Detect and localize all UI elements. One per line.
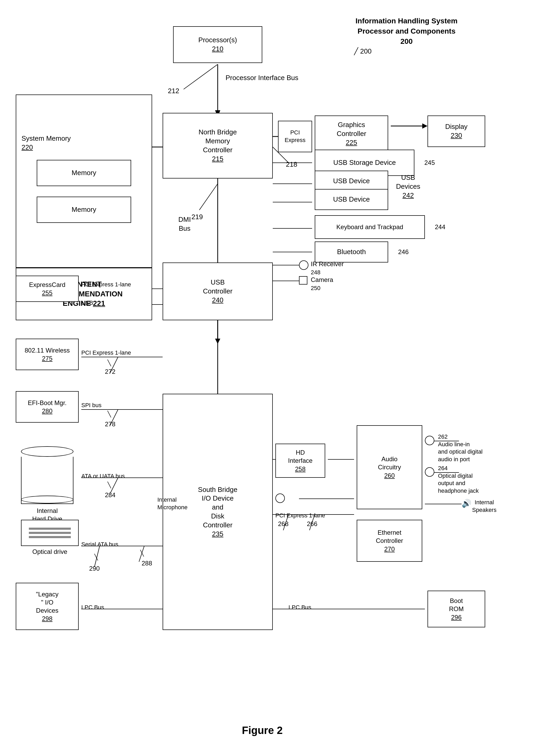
optical-digital-icon	[425, 467, 434, 477]
lpc-bus-left-label: LPC Bus	[81, 604, 104, 611]
legacy-io-box: "Legacy" I/ODevices 298	[16, 583, 79, 630]
ethernet-controller-box: EthernetController 270	[357, 520, 422, 562]
svg-marker-21	[215, 339, 220, 344]
hd-interface-box: HDInterface 258	[275, 444, 325, 478]
optical-drive-box	[21, 520, 79, 546]
camera-icon	[299, 276, 307, 285]
north-bridge-number: 215	[212, 155, 223, 164]
memory1-box: Memory	[37, 160, 131, 186]
processor-box: Processor(s) 210	[173, 26, 262, 63]
memory2-box: Memory	[37, 197, 131, 223]
spi-bus-label: SPI bus	[81, 402, 102, 409]
svg-marker-9	[422, 123, 427, 129]
boot-rom-box: BootROM 296	[427, 591, 485, 627]
label-288: 288	[142, 559, 152, 567]
pci-express-label: PCIExpress	[284, 129, 305, 144]
internal-speakers-label: InternalSpeakers	[472, 499, 496, 514]
camera-label: Camera 250	[311, 276, 333, 292]
ethernet-bus-label: PCI Express 1-lane	[275, 512, 325, 519]
audio-circuitry-box: AudioCircuitry 260	[357, 425, 422, 509]
label-266: 266	[307, 520, 317, 528]
display-box: Display 230	[427, 115, 485, 147]
keyboard-trackpad-box: Keyboard and Trackpad 244	[315, 215, 425, 239]
usb-device2-box: USB Device	[315, 189, 388, 210]
south-bridge-box: South BridgeI/O DeviceandDiskController …	[163, 394, 273, 630]
figure-label: Figure 2	[184, 725, 341, 736]
internal-speakers-icon: 🔊	[462, 499, 471, 508]
expresscard-bus-label: PCI Express 1-lane	[81, 281, 131, 288]
internal-mic-icon	[275, 493, 285, 503]
serial-ata-label: Serial ATA bus	[81, 541, 118, 548]
hard-drive-top	[21, 446, 73, 457]
ir-receiver-label: IR Receiver 248	[311, 260, 343, 276]
north-bridge-box: North Bridge Memory Controller 215	[163, 113, 273, 179]
optical-digital-label: 264 Optical digitaloutput andheadphone j…	[438, 465, 479, 495]
wireless-bus-label: PCI Express 1-lane	[81, 349, 131, 357]
usb-controller-box: USBController 240	[163, 263, 273, 320]
audio-line-in-icon	[425, 436, 434, 445]
optical-drive-label: Optical drive	[21, 548, 79, 556]
hard-drive-bottom	[21, 496, 73, 503]
label-218: 218	[286, 160, 297, 169]
bluetooth-box: Bluetooth 246	[315, 241, 388, 263]
diagram-title: Information Handling System Processor an…	[341, 16, 472, 47]
optical-drive-container: Optical drive	[21, 520, 79, 556]
svg-line-15	[199, 184, 218, 210]
diagram-container: Information Handling System Processor an…	[0, 0, 545, 756]
svg-line-5	[184, 64, 218, 89]
pci-express-box: PCIExpress	[278, 121, 312, 152]
label-212: 212	[168, 87, 179, 96]
label-272: 272	[105, 367, 115, 376]
ata-bus-label: ATA or UATA bus	[81, 473, 125, 480]
ir-receiver-icon	[299, 260, 308, 270]
wireless-box: 802.11 Wireless 275	[16, 339, 79, 370]
label-268: 268	[278, 520, 288, 528]
processor-interface-bus-label: Processor Interface Bus	[226, 73, 325, 82]
hard-drive-body	[21, 457, 73, 504]
audio-line-in-label: 262 Audio line-inand optical digitalaudi…	[438, 433, 483, 463]
usb-storage-number: 245	[424, 159, 435, 167]
label-278: 278	[105, 420, 115, 428]
label-284: 284	[105, 491, 115, 499]
hard-drive-container: InternalHard Drive 285	[21, 446, 73, 531]
internal-mic-label: InternalMicrophone	[157, 496, 188, 511]
lpc-bus-right-label: LPC Bus	[288, 604, 311, 611]
usb-label-expresscard: USB	[81, 299, 93, 307]
usb-devices-label: USB Devices 242	[396, 173, 420, 200]
usb-device1-box: USB Device	[315, 171, 388, 192]
expresscard-box: ExpressCard 255	[16, 276, 79, 302]
efi-boot-box: EFI-Boot Mgr. 280	[16, 391, 79, 423]
north-bridge-label: North Bridge Memory Controller	[199, 128, 237, 154]
label-219: 219	[192, 213, 203, 222]
graphics-controller-box: GraphicsController 225	[315, 115, 388, 152]
system-memory-box: System Memory220 Memory Memory	[16, 95, 152, 268]
label-290: 290	[89, 564, 100, 573]
dmi-bus-label: DMI Bus	[178, 215, 191, 233]
title-arrow: ╱ 200	[354, 47, 372, 55]
